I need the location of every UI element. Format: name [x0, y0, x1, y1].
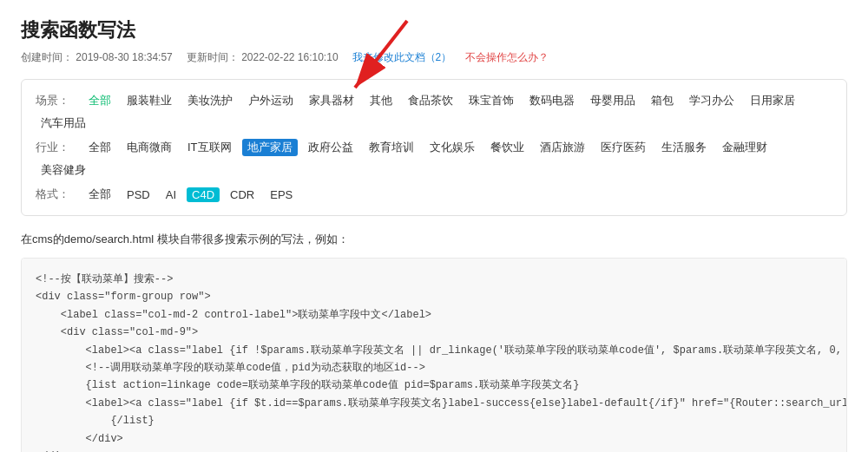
scene-item-4[interactable]: 家具器材 [304, 92, 359, 109]
industry-item-8[interactable]: 酒店旅游 [535, 139, 590, 156]
description-text: 在cms的demo/search.html 模块自带很多搜索示例的写法，例如： [21, 232, 847, 247]
format-filter-row: 格式： 全部 PSD AI C4D CDR EPS [36, 186, 832, 203]
scene-item-2[interactable]: 美妆洗护 [182, 92, 238, 109]
industry-item-5[interactable]: 教育培训 [364, 139, 419, 156]
format-item-ai[interactable]: AI [161, 187, 181, 202]
filter-box: 场景： 全部 服装鞋业 美妆洗护 户外运动 家具器材 其他 食品茶饮 珠宝首饰 … [21, 79, 847, 216]
industry-item-3[interactable]: 地产家居 [242, 139, 298, 156]
scene-item-10[interactable]: 箱包 [646, 92, 679, 109]
industry-item-10[interactable]: 生活服务 [656, 139, 712, 156]
scene-item-11[interactable]: 学习办公 [684, 92, 740, 109]
industry-item-2[interactable]: IT互联网 [182, 139, 237, 156]
industry-item-12[interactable]: 美容健身 [36, 161, 91, 179]
format-item-psd[interactable]: PSD [122, 187, 155, 202]
format-label: 格式： [36, 187, 69, 202]
industry-item-4[interactable]: 政府公益 [303, 139, 358, 156]
scene-item-all[interactable]: 全部 [83, 92, 116, 109]
code-block: <!--按【联动菜单】搜索--> <div class="form-group … [21, 258, 847, 452]
help-link[interactable]: 不会操作怎么办？ [465, 50, 549, 65]
scene-item-13[interactable]: 汽车用品 [36, 115, 91, 132]
edit-doc-link[interactable]: 我来修改此文档（2） [352, 50, 452, 65]
industry-item-11[interactable]: 金融理财 [717, 139, 773, 156]
scene-item-1[interactable]: 服装鞋业 [122, 92, 177, 109]
scene-filter-row: 场景： 全部 服装鞋业 美妆洗护 户外运动 家具器材 其他 食品茶饮 珠宝首饰 … [36, 92, 832, 132]
scene-item-9[interactable]: 母婴用品 [585, 92, 641, 109]
industry-item-6[interactable]: 文化娱乐 [424, 139, 480, 156]
scene-item-12[interactable]: 日用家居 [745, 92, 800, 109]
updated-label: 更新时间： 2022-02-22 16:10:10 [187, 50, 339, 65]
industry-item-7[interactable]: 餐饮业 [485, 139, 529, 156]
page-title: 搜索函数写法 [21, 17, 847, 43]
format-item-eps[interactable]: EPS [265, 187, 298, 202]
scene-item-7[interactable]: 珠宝首饰 [464, 92, 519, 109]
industry-item-9[interactable]: 医疗医药 [595, 139, 651, 156]
scene-item-3[interactable]: 户外运动 [243, 92, 299, 109]
scene-item-6[interactable]: 食品茶饮 [403, 92, 458, 109]
format-item-c4d[interactable]: C4D [187, 187, 220, 202]
industry-filter-row: 行业： 全部 电商微商 IT互联网 地产家居 政府公益 教育培训 文化娱乐 餐饮… [36, 139, 832, 179]
format-item-all[interactable]: 全部 [83, 186, 116, 203]
created-label: 创建时间： 2019-08-30 18:34:57 [21, 50, 173, 65]
industry-item-all[interactable]: 全部 [83, 139, 116, 156]
page-wrapper: 搜索函数写法 创建时间： 2019-08-30 18:34:57 更新时间： 2… [0, 0, 868, 452]
meta-bar: 创建时间： 2019-08-30 18:34:57 更新时间： 2022-02-… [21, 50, 847, 65]
scene-item-5[interactable]: 其他 [365, 92, 398, 109]
scene-item-8[interactable]: 数码电器 [524, 92, 580, 109]
scene-label: 场景： [36, 93, 69, 108]
industry-item-1[interactable]: 电商微商 [122, 139, 177, 156]
format-item-cdr[interactable]: CDR [225, 187, 260, 202]
industry-label: 行业： [36, 140, 69, 155]
